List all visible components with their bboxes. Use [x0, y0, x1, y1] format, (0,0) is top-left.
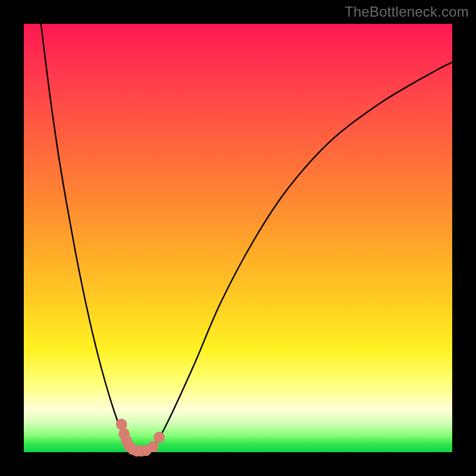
curve-marker	[148, 441, 159, 452]
chart-frame: TheBottleneck.com	[0, 0, 476, 476]
watermark-text: TheBottleneck.com	[345, 4, 469, 20]
bottleneck-curve	[41, 24, 452, 453]
curve-markers	[116, 419, 165, 456]
curve-marker	[116, 419, 127, 430]
curve-layer	[24, 24, 452, 452]
plot-area	[24, 24, 452, 452]
curve-marker	[154, 431, 165, 443]
